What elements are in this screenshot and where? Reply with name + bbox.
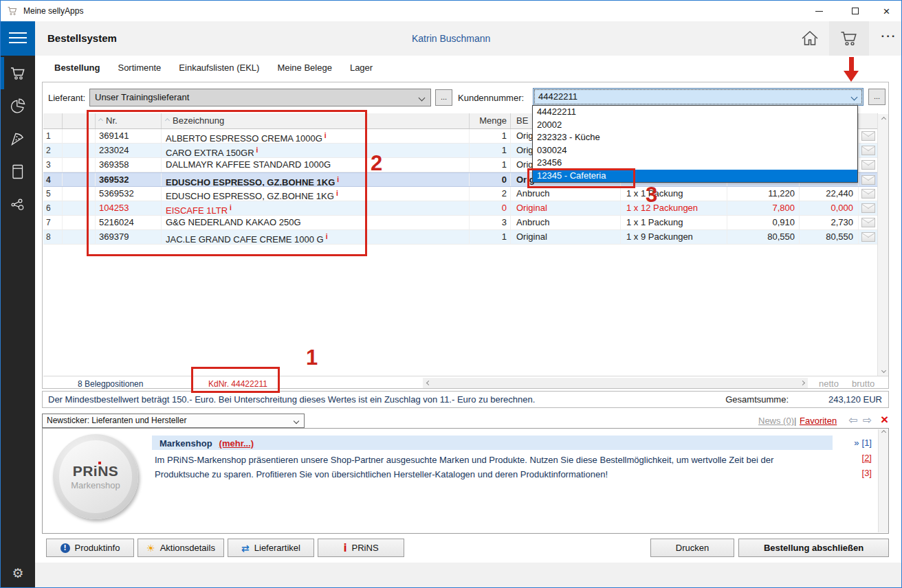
mail-icon[interactable] [861, 232, 875, 242]
tab-meine-belege[interactable]: Meine Belege [277, 63, 332, 73]
dropdown-option[interactable]: 20002 [533, 119, 857, 132]
tab-einkaufslisten-ekl[interactable]: Einkaufslisten (EKL) [179, 63, 259, 73]
prins-logo-title: PRiNS [73, 463, 119, 479]
more-link[interactable]: (mehr...) [219, 438, 254, 449]
footer-buttons: !Produktinfo☀Aktionsdetails⇄Lieferartike… [46, 539, 404, 557]
print-button[interactable]: Drucken [650, 539, 734, 557]
tab-bestellung[interactable]: Bestellung [54, 63, 100, 73]
dropdown-arrow-icon[interactable] [851, 94, 858, 101]
hamburger-menu-button[interactable] [1, 21, 35, 56]
page-link[interactable]: [2] [862, 453, 872, 463]
lieferant-combobox[interactable]: Unser Trainingslieferant [89, 89, 431, 106]
newsticker-combobox[interactable]: Newsticker: Lieferanten und Hersteller [42, 414, 305, 428]
sidebar-item-statistics[interactable] [1, 89, 35, 122]
row-index: 8 [43, 230, 63, 244]
back-arrow-icon[interactable]: ⇦ [848, 414, 857, 427]
lieferant-more-button[interactable]: ... [435, 89, 452, 106]
mail-icon[interactable] [861, 218, 875, 227]
scroll-up-icon[interactable] [878, 114, 889, 124]
cell-be: Anbruch [511, 216, 621, 229]
dropdown-arrow-icon[interactable] [294, 418, 299, 424]
tab-lager[interactable]: Lager [350, 63, 373, 73]
column-header-menge[interactable]: Menge [470, 113, 511, 128]
vertical-scrollbar[interactable] [877, 114, 888, 376]
row-spacer [63, 187, 96, 201]
minimize-button[interactable] [804, 1, 835, 21]
prins-i-icon: i [343, 542, 346, 554]
cell-preis: 0,910 [727, 216, 800, 229]
mail-icon[interactable] [861, 175, 875, 185]
status-row: 8 Belegpositionen KdNr. 44422211 netto b… [43, 376, 888, 388]
info-superscript-icon: i [337, 176, 339, 183]
cell-gesamt: 2,730 [800, 216, 859, 229]
table-row[interactable]: 6104253EISCAFE 1LTRi0Original1 x 12 Pack… [43, 201, 878, 216]
sidebar-item-share[interactable] [1, 188, 35, 220]
maximize-button[interactable] [839, 1, 870, 21]
horizontal-scrollbar[interactable] [423, 378, 808, 388]
dropdown-option[interactable]: 030024 [533, 144, 857, 157]
produktinfo-button[interactable]: !Produktinfo [46, 539, 134, 557]
forward-arrow-icon[interactable]: ⇨ [863, 414, 872, 427]
dropdown-option[interactable]: 23456 [533, 157, 857, 170]
brutto-label[interactable]: brutto [852, 378, 874, 389]
row-index: 3 [43, 158, 63, 172]
submit-order-button[interactable]: Bestellung abschließen [738, 539, 889, 557]
scroll-down-icon[interactable] [878, 365, 889, 376]
sidebar-item-catalog[interactable] [1, 155, 35, 188]
app-window: Meine sellyApps × Bestellsystem Katrin B… [0, 0, 902, 588]
column-header-bezeichnung[interactable]: Bezeichnung [162, 113, 470, 128]
share-icon [9, 196, 27, 214]
more-menu-button[interactable]: ··· [877, 30, 901, 47]
sidebar-item-order[interactable] [1, 57, 35, 89]
mail-icon[interactable] [861, 146, 875, 155]
page-title: Bestellsystem [47, 32, 117, 44]
page-link[interactable]: [3] [862, 468, 872, 478]
home-button[interactable] [800, 29, 823, 49]
mail-icon[interactable] [861, 203, 875, 213]
kundennummer-combobox[interactable]: 44422211 [533, 88, 864, 106]
mail-icon[interactable] [861, 189, 875, 199]
dropdown-option[interactable]: 44422211 [533, 106, 857, 119]
favorites-link[interactable]: Favoriten [800, 416, 837, 426]
cell-bezeichnung: EDUSCHO ESPRESSO, GZ.BOHNE 1KGi [162, 173, 470, 186]
user-name[interactable]: Katrin Buschmann [412, 33, 490, 44]
news-scrollbar[interactable] [878, 429, 888, 532]
table-row[interactable]: 55369532EDUSCHO ESPRESSO, GZ.BOHNE 1KGi2… [43, 187, 878, 201]
scroll-left-icon[interactable] [423, 378, 434, 388]
settings-button[interactable]: ⚙ [1, 563, 35, 583]
scroll-right-icon[interactable] [797, 378, 808, 388]
dropdown-option[interactable]: 232323 - Küche [533, 131, 857, 144]
page-link[interactable]: [1] [862, 438, 872, 448]
prins-button[interactable]: iPRiNS [318, 539, 404, 557]
row-index: 2 [43, 144, 63, 157]
kundennummer-more-button[interactable]: ... [868, 89, 886, 105]
news-link[interactable]: News (0) [758, 416, 794, 426]
total-value: 243,120 EUR [806, 394, 882, 405]
sidebar-item-promotions[interactable] [1, 122, 35, 155]
cell-gebinde: 1 x 1 Packung [621, 187, 727, 201]
lieferartikel-button[interactable]: ⇄Lieferartikel [228, 539, 314, 557]
scroll-up-icon[interactable] [879, 431, 889, 434]
row-spacer [63, 201, 96, 215]
cell-bezeichnung: ALBERTO ESPRESSO CREMA 1000Gi [162, 129, 470, 143]
sun-icon: ☀ [146, 543, 155, 554]
cell-gebinde: 1 x 9 Packungen [621, 230, 727, 244]
cell-mail [859, 129, 878, 143]
maximize-icon [852, 8, 859, 14]
cart-button[interactable] [829, 21, 869, 56]
aktionsdetails-button[interactable]: ☀Aktionsdetails [138, 539, 224, 557]
close-button[interactable]: × [871, 1, 902, 21]
kundennummer-label: Kundennummer: [458, 93, 524, 103]
table-row[interactable]: 75216024G&G NEDERLAND KAKAO 250G3Anbruch… [43, 216, 878, 230]
mail-icon[interactable] [861, 131, 875, 141]
netto-label[interactable]: netto [819, 378, 839, 389]
tab-sortimente[interactable]: Sortimente [118, 63, 161, 73]
titlebar: Meine sellyApps × [1, 1, 901, 21]
dropdown-arrow-icon[interactable] [419, 95, 426, 102]
table-row[interactable]: 8369379JAC.LE GRAND CAFE CREME 1000 Gi1O… [43, 230, 878, 245]
column-header-nr[interactable]: Nr. [96, 113, 162, 128]
dropdown-option[interactable]: 12345 - Cafeteria [533, 170, 857, 183]
mail-icon[interactable] [861, 160, 875, 170]
close-news-icon[interactable]: × [881, 412, 888, 427]
sidebar: ⚙ [1, 56, 35, 588]
